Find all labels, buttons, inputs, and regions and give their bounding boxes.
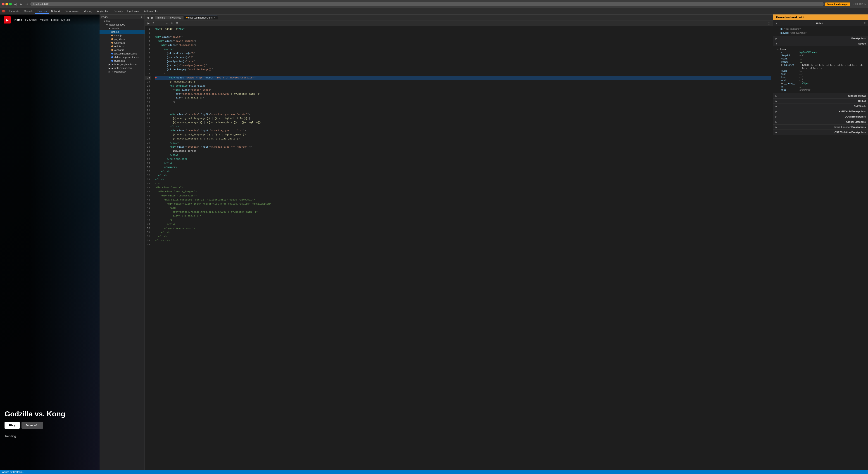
scope-val-first: (...) [800,73,803,75]
step-over-btn[interactable]: ↷ [151,21,155,25]
watch-actions: + ↻ [861,22,866,25]
hero-content: Godzilla vs. Kong Play More Info [4,410,65,429]
global-header[interactable]: ▶ Global [773,99,868,104]
tab-security[interactable]: Security [112,9,125,14]
file-icon [111,45,113,47]
scope-header[interactable]: ▼ Scope [773,41,868,46]
dom-header[interactable]: ▶ DOM Breakpoints [773,114,868,119]
event-listener-header[interactable]: ▶ Event Listener Breakpoints [773,125,868,130]
nav-movies[interactable]: Movies [40,18,49,22]
global-listeners-header[interactable]: ▶ Global Listeners [773,120,868,124]
close-button[interactable] [2,3,4,5]
watch-header[interactable]: ▼ Watch + ↻ [773,20,868,26]
ln-10: 10 [145,64,151,68]
step-btn[interactable]: → [164,21,169,25]
tree-index[interactable]: (index) [99,30,145,34]
tab-lighthouse[interactable]: Lighthouse [125,9,142,14]
xhr-header[interactable]: ▶ XHR/fetch Breakpoints [773,109,868,114]
tree-appcomponentscss[interactable]: app.component.scss [99,52,145,56]
code-line-26: <div class="overlay" *ngIf="m.media_type… [155,129,771,133]
ln-20: 20 [145,104,151,108]
callstack-header[interactable]: ▶ Call Stack [773,104,868,109]
event-listener-title: Event Listener Breakpoints [834,126,866,128]
tree-vendorjs[interactable]: vendor.js [99,48,145,52]
tree-mainjs[interactable]: main.js [99,34,145,37]
tree-localhost[interactable]: ▼ localhost:4200 [99,23,145,27]
ln-28: 28 [145,137,151,141]
deactivate-btn[interactable]: ⊘ [170,21,174,25]
url-bar[interactable] [30,2,824,6]
nav-mylist[interactable]: My List [61,18,70,22]
tree-top[interactable]: ▼ top [99,19,145,23]
csp-section: ▶ CSP Violation Breakpoints [773,130,868,135]
watch-arrow: ▼ [775,22,778,25]
sources-more[interactable]: » [107,15,108,18]
breakpoints-header[interactable]: ▶ Breakpoints [773,36,868,41]
page-label: Page [101,15,107,18]
file-icon [111,53,113,55]
local-expand: ▼ [777,48,779,50]
tree-slidercomponentscss[interactable]: slider.component.scss [99,56,145,59]
tab-adblock[interactable]: Adblock Plus [142,9,161,14]
closure-label: Closure (+zoA) [848,95,866,97]
code-line-12: > [155,72,771,76]
tab-memory[interactable]: Memory [81,9,95,14]
format-btn[interactable]: { } [767,21,771,25]
step-out-btn[interactable]: ↑ [160,21,163,25]
tree-polyfillsjs[interactable]: polyfills.js [99,37,145,41]
tab-sources[interactable]: Sources [35,9,49,14]
tree-fonts-gstatic[interactable]: ▶ ☁ fonts.gstatic.com [99,66,145,70]
tab-mainjs[interactable]: main.js [155,16,167,20]
tree-assets[interactable]: ▼ assets [99,27,145,30]
code-area[interactable]: 1 2 3 4 5 6 7 8 9 10 11 12 13 14 15 16 1 [145,26,773,470]
sources-sidebar: Page » ⋮ ▼ top ▼ localhost:4200 ▼ assets… [99,14,145,474]
settings-btn[interactable]: ⚙ [175,21,179,25]
tree-webpack[interactable]: ▶ ☁ webpack:// [99,70,145,73]
watch-add-btn[interactable]: + [861,22,863,25]
tab-slidercomponent[interactable]: slider.component.html ✕ [184,15,218,20]
code-line-10: (swiper)="onSwiper($event)" [155,64,771,68]
global-label: Global [858,100,866,102]
tab-network[interactable]: Network [49,9,62,14]
nav-tvshows[interactable]: TV Shows [25,18,37,22]
scope-val-ngforof: (20) [{…}, {…}, {…}, {…}, {…}, {…}, {…},… [802,64,864,69]
step-into-btn[interactable]: ↓ [156,21,159,25]
local-header[interactable]: ▼ Local [777,48,864,50]
breakpoints-section: ▶ Breakpoints [773,36,868,41]
tree-stylescss[interactable]: styles.css [99,59,145,63]
code-line-6: <swiper [155,47,771,51]
maximize-button[interactable] [9,3,12,5]
code-line-48: /> [155,218,771,222]
reload-button[interactable]: ↺ [25,2,29,6]
tree-runtimejs[interactable]: runtime.js [99,41,145,44]
ln-4: 4 [145,39,151,43]
tab-elements[interactable]: Elements [7,9,22,14]
nav-latest[interactable]: Latest [51,18,59,22]
back-arrow[interactable]: ◀ [13,2,18,6]
csp-header[interactable]: ▶ CSP Violation Breakpoints [773,130,868,135]
tree-stylescss-label: styles.css [114,60,125,62]
tree-fonts-google[interactable]: ▶ ☁ fonts.googleapis.com [99,63,145,66]
tab-console[interactable]: Console [22,9,35,14]
play-button[interactable]: Play [4,422,20,429]
tab-application[interactable]: Application [95,9,112,14]
more-info-button[interactable]: More Info [22,422,43,429]
ngforof-expand[interactable]: ▶ [781,64,783,69]
sources-menu[interactable]: ⋮ [140,15,143,18]
forward-arrow[interactable]: ▶ [19,2,23,6]
ln-11: 11 [145,68,151,72]
nav-home[interactable]: Home [14,18,22,22]
go-back-btn[interactable]: ◀ [146,15,150,20]
tree-scriptsjs[interactable]: scripts.js [99,44,145,48]
pause-btn[interactable]: ▶ [147,21,150,25]
minimize-button[interactable] [5,3,8,5]
proto-expand[interactable]: ▶ [781,82,783,85]
go-forward-btn[interactable]: ▶ [150,15,155,20]
tab-performance[interactable]: Performance [62,9,81,14]
tab-close-btn[interactable]: ✕ [214,16,215,19]
closure-header[interactable]: ▶ Closure (+zoA) [773,93,868,98]
tab-stylescss[interactable]: styles.css [168,16,183,20]
scope-content: ▼ Local ctx: NgForOfContext $implicit: n… [773,46,868,93]
watch-refresh-btn[interactable]: ↻ [864,22,866,25]
scope-key-last: last: [781,76,800,78]
